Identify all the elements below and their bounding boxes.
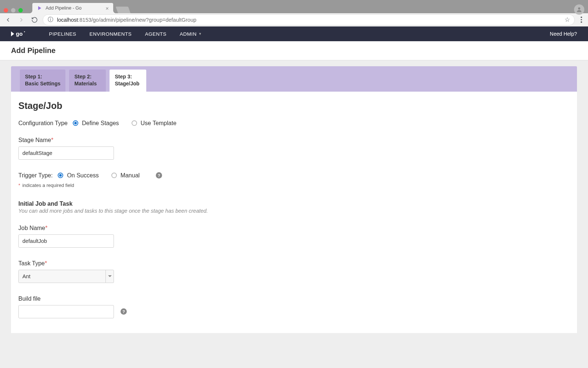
svg-point-1 — [578, 7, 580, 10]
tab-title: Add Pipeline - Go — [46, 6, 103, 11]
stage-name-label: Stage Name* — [18, 137, 570, 144]
nav-agents[interactable]: AGENTS — [145, 31, 166, 37]
radio-manual[interactable]: Manual — [111, 172, 140, 179]
config-type-row: Configuration Type Define Stages Use Tem… — [18, 120, 570, 127]
radio-define-label: Define Stages — [82, 120, 119, 127]
radio-manual-label: Manual — [121, 172, 140, 179]
bookmark-star-icon[interactable]: ☆ — [564, 16, 570, 24]
build-file-input[interactable] — [18, 305, 114, 318]
forward-button[interactable] — [16, 15, 26, 25]
trigger-type-label: Trigger Type: — [18, 172, 53, 179]
radio-icon — [132, 120, 137, 126]
form-panel: Stage/Job Configuration Type Define Stag… — [11, 92, 577, 333]
build-file-label: Build file — [18, 296, 570, 302]
step-1-line1: Step 1: — [25, 73, 60, 80]
chevron-down-icon: ▼ — [198, 32, 202, 36]
radio-icon — [73, 120, 78, 126]
browser-tab-bar: Add Pipeline - Go × — [0, 3, 588, 13]
help-icon[interactable]: ? — [156, 172, 162, 178]
wizard-steps: Step 1: Basic Settings Step 2: Materials… — [11, 66, 577, 92]
step-2-tab[interactable]: Step 2: Materials — [69, 70, 106, 92]
nav-pipelines[interactable]: PIPELINES — [49, 31, 76, 37]
radio-icon — [58, 173, 63, 178]
app-top-nav: go PIPELINES ENVIRONMENTS AGENTS ADMIN ▼… — [0, 26, 588, 41]
tab-favicon-icon — [37, 5, 43, 11]
browser-account-icon[interactable] — [574, 4, 584, 15]
section-title: Stage/Job — [18, 100, 570, 111]
step-3-line2: Stage/Job — [115, 80, 141, 87]
required-note: * indicates a required field — [18, 183, 570, 188]
window-minimize-icon[interactable] — [11, 8, 15, 13]
radio-use-template[interactable]: Use Template — [132, 120, 177, 127]
nav-admin-label: ADMIN — [180, 31, 197, 37]
help-icon[interactable]: ? — [121, 308, 127, 315]
url-path: :8153/go/admin/pipeline/new?group=defaul… — [78, 17, 196, 23]
tab-close-icon[interactable]: × — [105, 5, 109, 11]
step-2-line2: Materials — [74, 80, 101, 87]
stage-name-input[interactable] — [18, 146, 114, 160]
task-type-select[interactable]: Ant — [18, 270, 114, 283]
svg-marker-2 — [11, 31, 14, 36]
site-info-icon[interactable] — [47, 17, 53, 23]
browser-menu-icon[interactable] — [578, 14, 585, 25]
step-1-tab[interactable]: Step 1: Basic Settings — [20, 70, 65, 92]
reload-button[interactable] — [29, 15, 40, 25]
step-2-line1: Step 2: — [74, 73, 101, 80]
back-button[interactable] — [3, 15, 13, 25]
svg-text:go: go — [16, 31, 22, 37]
new-tab-button[interactable] — [116, 7, 131, 13]
window-close-icon[interactable] — [4, 8, 8, 13]
task-type-value: Ant — [22, 273, 31, 279]
task-type-label: Task Type* — [18, 260, 570, 267]
browser-tab[interactable]: Add Pipeline - Go × — [32, 3, 113, 13]
job-name-label: Job Name* — [18, 225, 570, 231]
step-1-line2: Basic Settings — [25, 80, 60, 87]
config-type-label: Configuration Type — [18, 120, 68, 127]
svg-marker-0 — [38, 6, 41, 10]
step-3-line1: Step 3: — [115, 73, 141, 80]
go-logo[interactable]: go — [11, 30, 31, 38]
radio-define-stages[interactable]: Define Stages — [73, 120, 119, 127]
radio-on-success-label: On Success — [67, 172, 98, 179]
page-header: Add Pipeline — [0, 41, 588, 60]
url-host: localhost — [57, 17, 78, 23]
window-maximize-icon[interactable] — [18, 8, 23, 13]
address-bar[interactable]: localhost:8153/go/admin/pipeline/new?gro… — [43, 14, 575, 25]
nav-environments[interactable]: ENVIRONMENTS — [90, 31, 132, 37]
need-help-link[interactable]: Need Help? — [550, 31, 577, 37]
radio-on-success[interactable]: On Success — [58, 172, 98, 179]
chevron-down-icon — [108, 275, 112, 277]
subsection-desc: You can add more jobs and tasks to this … — [18, 208, 570, 214]
job-name-input[interactable] — [18, 234, 114, 248]
page-title: Add Pipeline — [11, 46, 577, 55]
radio-icon — [111, 173, 117, 178]
svg-point-4 — [24, 31, 25, 32]
step-3-tab[interactable]: Step 3: Stage/Job — [110, 70, 146, 92]
nav-admin[interactable]: ADMIN ▼ — [180, 31, 202, 37]
subsection-title: Initial Job and Task — [18, 201, 570, 207]
radio-template-label: Use Template — [141, 120, 177, 127]
window-controls — [4, 8, 23, 13]
url-bar: localhost:8153/go/admin/pipeline/new?gro… — [0, 13, 588, 26]
